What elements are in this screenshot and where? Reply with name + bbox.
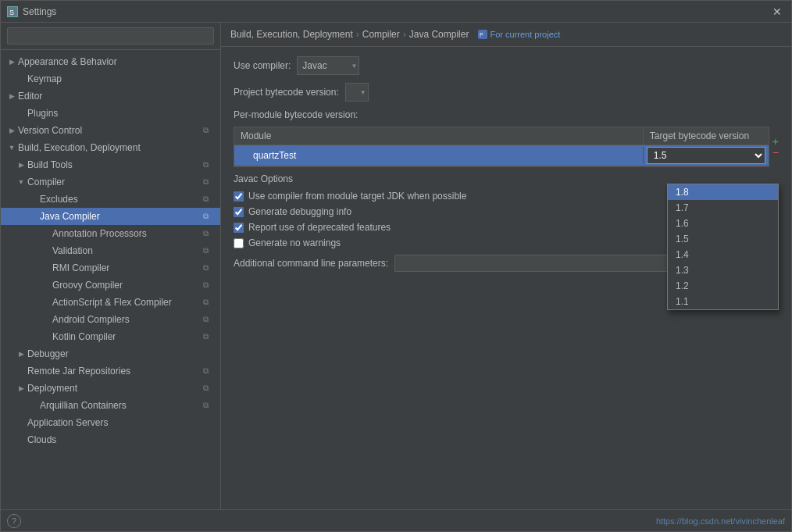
expand-arrow-compiler: ▼	[16, 177, 26, 187]
dropdown-item-11[interactable]: 1.1	[668, 294, 778, 309]
sidebar-item-version-control[interactable]: ▶ Version Control ⧉	[1, 122, 220, 139]
copy-icon-excludes: ⧉	[203, 194, 214, 205]
project-bytecode-row: Project bytecode version: ▼	[234, 83, 779, 102]
checkbox-0[interactable]	[234, 191, 244, 202]
main-panel: Build, Execution, Deployment › Compiler …	[221, 23, 791, 509]
sidebar-item-debugger[interactable]: ▶ Debugger	[1, 345, 220, 362]
row-target-cell: 1.5	[644, 145, 769, 166]
checkbox-label-1: Generate debugging info	[248, 206, 351, 217]
sidebar-item-excludes[interactable]: Excludes ⧉	[1, 191, 220, 208]
expand-spacer-groovy	[41, 280, 51, 290]
sidebar-item-kotlin[interactable]: Kotlin Compiler ⧉	[1, 328, 220, 345]
sidebar-item-appearance[interactable]: ▶ Appearance & Behavior	[1, 53, 220, 70]
dropdown-item-16[interactable]: 1.6	[668, 216, 778, 231]
svg-rect-4	[241, 152, 249, 159]
breadcrumb-sep1: ›	[356, 29, 359, 40]
sidebar-item-remote-jar[interactable]: Remote Jar Repositories ⧉	[1, 362, 220, 380]
copy-icon-deployment: ⧉	[203, 383, 214, 394]
sidebar-item-java-compiler[interactable]: Java Compiler ⧉	[1, 208, 220, 225]
dropdown-item-13[interactable]: 1.3	[668, 262, 778, 278]
close-button[interactable]: ✕	[769, 5, 785, 18]
expand-arrow-debugger: ▶	[16, 349, 26, 359]
breadcrumb-part3: Java Compiler	[409, 29, 469, 40]
dropdown-item-14[interactable]: 1.4	[668, 247, 778, 262]
module-table-outer: Module Target bytecode version	[234, 127, 779, 167]
checkbox-1[interactable]	[234, 207, 244, 217]
expand-spacer-arquillian	[29, 401, 38, 410]
expand-spacer-remote-jar	[16, 366, 26, 376]
sidebar-item-validation[interactable]: Validation ⧉	[1, 242, 220, 259]
version-dropdown: 1.8 1.7 1.6 1.5 1.4 1.3 1.2 1.1	[667, 184, 779, 310]
expand-spacer-java-compiler	[29, 212, 38, 221]
sidebar-item-arquillian[interactable]: Arquillian Containers ⧉	[1, 397, 220, 414]
sidebar-item-plugins[interactable]: Plugins	[1, 105, 220, 122]
copy-icon-java-compiler: ⧉	[203, 211, 214, 222]
row-target-select[interactable]: 1.5	[647, 147, 765, 164]
sidebar-item-clouds[interactable]: Clouds	[1, 431, 220, 448]
help-button[interactable]: ?	[7, 514, 21, 528]
dropdown-item-18[interactable]: 1.8	[668, 184, 778, 200]
sidebar-item-rmi[interactable]: RMI Compiler ⧉	[1, 259, 220, 277]
checkbox-label-0: Use compiler from module target JDK when…	[248, 191, 466, 202]
sidebar-item-editor[interactable]: ▶ Editor	[1, 87, 220, 105]
copy-icon-annotation: ⧉	[203, 228, 214, 239]
remove-module-button[interactable]: −	[772, 147, 779, 158]
expand-arrow-deployment: ▶	[16, 384, 26, 393]
sidebar-item-android[interactable]: Android Compilers ⧉	[1, 311, 220, 328]
search-bar	[1, 23, 220, 50]
sidebar-item-groovy[interactable]: Groovy Compiler ⧉	[1, 277, 220, 294]
copy-icon-compiler: ⧉	[203, 177, 214, 187]
expand-arrow-vc: ▶	[7, 126, 16, 135]
copy-icon-groovy: ⧉	[203, 280, 214, 291]
window-title: Settings	[23, 6, 56, 17]
sidebar-item-deployment[interactable]: ▶ Deployment ⧉	[1, 380, 220, 397]
checkbox-label-3: Generate no warnings	[248, 237, 341, 248]
sidebar-item-annotation[interactable]: Annotation Processors ⧉	[1, 225, 220, 242]
add-module-button[interactable]: +	[772, 136, 779, 147]
sidebar: ▶ Appearance & Behavior Keymap ▶ Editor …	[1, 23, 221, 509]
module-table-wrapper: Module Target bytecode version	[234, 127, 769, 167]
use-compiler-select-wrapper: Javac ▼	[297, 56, 359, 75]
sidebar-item-keymap[interactable]: Keymap	[1, 70, 220, 87]
module-icon	[241, 151, 250, 160]
project-bytecode-select[interactable]	[345, 83, 369, 102]
copy-icon-build-tools: ⧉	[203, 159, 214, 170]
copy-icon-validation: ⧉	[203, 245, 214, 256]
dropdown-item-15[interactable]: 1.5	[668, 231, 778, 247]
sidebar-item-build-tools[interactable]: ▶ Build Tools ⧉	[1, 156, 220, 173]
dropdown-item-17[interactable]: 1.7	[668, 200, 778, 216]
breadcrumb: Build, Execution, Deployment › Compiler …	[221, 23, 791, 47]
sidebar-item-actionscript[interactable]: ActionScript & Flex Compiler ⧉	[1, 294, 220, 311]
checkbox-3[interactable]	[234, 238, 244, 248]
search-input[interactable]	[7, 27, 214, 45]
module-col-header: Module	[234, 127, 644, 145]
watermark: https://blog.csdn.net/vivinchenleaf	[656, 516, 785, 526]
use-compiler-label: Use compiler:	[234, 60, 291, 71]
svg-text:S: S	[9, 9, 14, 16]
sidebar-item-app-servers[interactable]: Application Servers	[1, 414, 220, 431]
table-row[interactable]: quartzTest 1.5	[234, 145, 769, 166]
breadcrumb-project: P For current project	[478, 30, 560, 39]
dropdown-item-12[interactable]: 1.2	[668, 278, 778, 294]
expand-spacer-rmi	[41, 263, 51, 273]
sidebar-item-build-execution[interactable]: ▼ Build, Execution, Deployment	[1, 139, 220, 156]
expand-arrow-appearance: ▶	[7, 57, 16, 66]
copy-icon-remote-jar: ⧉	[203, 366, 214, 377]
expand-spacer-appservers	[16, 418, 26, 427]
expand-spacer-excludes	[29, 195, 38, 204]
expand-arrow-editor: ▶	[7, 91, 16, 101]
copy-icon-rmi: ⧉	[203, 262, 214, 273]
project-bytecode-select-wrapper: ▼	[345, 83, 369, 102]
copy-icon-as: ⧉	[203, 297, 214, 308]
sidebar-tree: ▶ Appearance & Behavior Keymap ▶ Editor …	[1, 50, 220, 509]
expand-spacer-validation	[41, 246, 51, 255]
per-module-label: Per-module bytecode version:	[234, 109, 779, 120]
use-compiler-select[interactable]: Javac	[297, 56, 359, 75]
target-col-header: Target bytecode version	[644, 127, 769, 145]
project-bytecode-label: Project bytecode version:	[234, 87, 339, 98]
table-buttons: + −	[772, 127, 779, 167]
title-bar: S Settings ✕	[1, 1, 791, 23]
sidebar-item-compiler[interactable]: ▼ Compiler ⧉	[1, 173, 220, 191]
title-bar-left: S Settings	[7, 6, 56, 17]
checkbox-2[interactable]	[234, 223, 244, 233]
